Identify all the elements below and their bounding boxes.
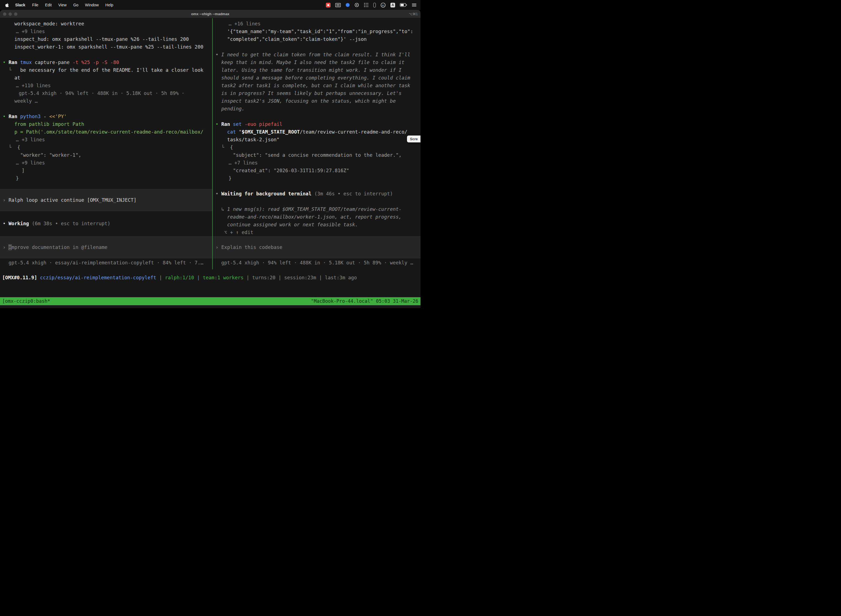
text-segment: later. Using the same for transition mig…	[221, 67, 401, 73]
text-segment: •	[3, 114, 9, 119]
sidecar-icon[interactable]	[373, 3, 376, 7]
minimize-button[interactable]	[9, 12, 12, 16]
screenshot-preview-popup[interactable]: Scre	[407, 135, 420, 142]
left-pane-scrollback: workspace_mode: worktree… +9 linesinspec…	[3, 20, 210, 227]
text-segment: task2 after task1 is complete, but can I…	[221, 83, 410, 88]
menu-bar: Slack FileEditViewGoWindowHelp 61A	[0, 0, 420, 10]
terminal-line	[215, 43, 418, 51]
terminal-line: └ {	[3, 144, 210, 151]
terminal-line: └ be necessary for the end of the README…	[3, 66, 210, 74]
text-segment: └	[9, 145, 18, 150]
app-menu-slack[interactable]: Slack	[12, 3, 29, 7]
keyboard-icon[interactable]	[335, 3, 341, 7]
right-pane[interactable]: … +16 lines'{"team_name":"my-team","task…	[213, 18, 420, 269]
text-segment: is in progress? It seems likely but perh…	[221, 91, 401, 96]
terminal-line: … +3 lines	[3, 136, 210, 144]
apple-menu-icon[interactable]	[3, 3, 12, 7]
record-disc-icon[interactable]	[355, 3, 359, 7]
menu-lines-icon[interactable]	[412, 3, 417, 7]
text-segment: keep that in mind. Maybe I also need the…	[221, 60, 404, 65]
screen-recording-icon[interactable]	[326, 3, 331, 7]
terminal-line: '{"team_name":"my-team","task_id":"1","f…	[215, 28, 418, 35]
text-segment: gpt-5.4 xhigh · essay/ai-reimplementatio…	[9, 260, 203, 265]
text-segment: from pathlib import Path	[14, 122, 84, 127]
battery-gauge-icon[interactable]: 61	[381, 3, 386, 8]
battery-icon[interactable]	[400, 3, 407, 7]
terminal-line: └ {	[215, 144, 418, 151]
terminal-line: tasks/task-2.json"	[215, 136, 418, 144]
text-segment: "	[239, 129, 242, 135]
text-segment: "created_at": "2026-03-31T11:59:27.816Z"	[233, 168, 349, 173]
text-segment: ↳	[221, 207, 227, 212]
text-segment: -	[44, 114, 49, 119]
terminal-line: • Working (6m 38s • esc to interrupt)	[3, 220, 210, 227]
close-button[interactable]	[3, 12, 6, 16]
terminal-line: cat "$OMX_TEAM_STATE_ROOT/team/review-cu…	[215, 128, 418, 136]
terminal-line: … +9 lines	[3, 159, 210, 167]
terminal-line: • Waiting for background terminal (3m 46…	[215, 190, 418, 198]
text-segment: should send a message before completing …	[221, 75, 410, 81]
terminal-line: workspace_mode: worktree	[3, 20, 210, 28]
prompt-input-left[interactable]: › Improve documentation in @filename	[0, 236, 212, 258]
menu-help[interactable]: Help	[102, 3, 117, 7]
text-segment: /team/review-current-readme-and-reco/	[300, 129, 407, 135]
text-segment: … +9 lines	[16, 29, 45, 34]
text-segment: mprove documentation in @filename	[12, 245, 108, 250]
input-source-icon[interactable]: A	[390, 3, 395, 7]
dots-grid-icon[interactable]	[364, 3, 369, 7]
text-segment: "subject": "send a concise recommendatio…	[233, 153, 401, 158]
text-segment: └	[221, 145, 230, 150]
terminal-line: later. Using the same for transition mig…	[215, 66, 418, 74]
right-status-line: gpt-5.4 xhigh · 94% left · 488K in · 5.1…	[215, 259, 418, 267]
terminal-line: ]	[3, 167, 210, 175]
prompt-input-right[interactable]: › Explain this codebase	[213, 236, 420, 258]
text-segment: {	[230, 145, 233, 150]
menu-go[interactable]: Go	[70, 3, 82, 7]
text-segment: pending.	[221, 106, 245, 111]
terminal-line: inspect_worker-1: omx sparkshell --tmux-…	[3, 43, 210, 51]
terminal-line: readme-and-reco/mailbox/worker-1.json, a…	[215, 213, 418, 221]
tmux-panes: workspace_mode: worktree… +9 linesinspec…	[0, 18, 420, 269]
terminal-line: should send a message before completing …	[215, 74, 418, 82]
text-segment: capture-pane	[35, 60, 73, 65]
zoom-button[interactable]	[14, 12, 18, 16]
terminal-line: continue assigned work or next feasible …	[215, 221, 418, 229]
text-segment: {	[18, 145, 21, 150]
menu-edit[interactable]: Edit	[42, 3, 55, 7]
text-segment: •	[215, 191, 221, 197]
text-segment: ›	[3, 245, 9, 250]
menu-file[interactable]: File	[29, 3, 42, 7]
text-segment: "worker": "worker-1",	[20, 153, 81, 158]
text-segment: ›	[3, 197, 9, 203]
text-segment: ⌥ + ↑ edit	[224, 230, 253, 235]
text-segment: … +16 lines	[229, 21, 261, 26]
text-segment: Ran	[9, 60, 20, 65]
menu-view[interactable]: View	[55, 3, 70, 7]
text-segment: readme-and-reco/mailbox/worker-1.json, a…	[227, 214, 401, 220]
text-segment: be necessary for the end of the README. …	[20, 67, 203, 73]
text-segment: tmux	[20, 60, 35, 65]
text-segment: Waiting for background terminal	[221, 191, 314, 197]
colors-icon[interactable]	[346, 3, 350, 7]
text-segment: •	[215, 52, 221, 57]
terminal-line: gpt-5.4 xhigh · 94% left · 488K in · 5.1…	[3, 89, 210, 97]
text-segment: I need to get the claim token from the c…	[221, 52, 410, 57]
text-segment: set	[233, 122, 245, 127]
left-pane[interactable]: workspace_mode: worktree… +9 linesinspec…	[0, 18, 212, 269]
tmux-session-info: [omx-cczip0:bash*	[2, 297, 50, 305]
menu-window[interactable]: Window	[82, 3, 102, 7]
terminal-spacer	[0, 282, 420, 297]
terminal-line: › Ralph loop active continue [OMX_TMUX_I…	[3, 196, 210, 204]
text-segment: gpt-5.4 xhigh · 94% left · 488K in · 5.1…	[221, 260, 413, 265]
text-segment: -t %25 -p -S -80	[73, 60, 119, 65]
terminal-line: "completed","claim_token":"claim-token"}…	[215, 35, 418, 43]
terminal-line: … +9 lines	[3, 28, 210, 35]
terminal-line: is in progress? It seems likely but perh…	[215, 89, 418, 97]
terminal-line: ⌥ + ↑ edit	[215, 229, 418, 236]
text-segment: team:1 workers	[203, 275, 244, 280]
text-segment: $OMX_TEAM_STATE_ROOT	[242, 129, 300, 135]
terminal-line: inspect task2's JSON, focusing on the st…	[215, 97, 418, 105]
apple-logo-icon	[5, 3, 9, 7]
title-bar[interactable]: omx --xhigh --madmax ⌥⌘1	[0, 10, 420, 18]
notice-band: › Ralph loop active continue [OMX_TMUX_I…	[0, 189, 212, 211]
